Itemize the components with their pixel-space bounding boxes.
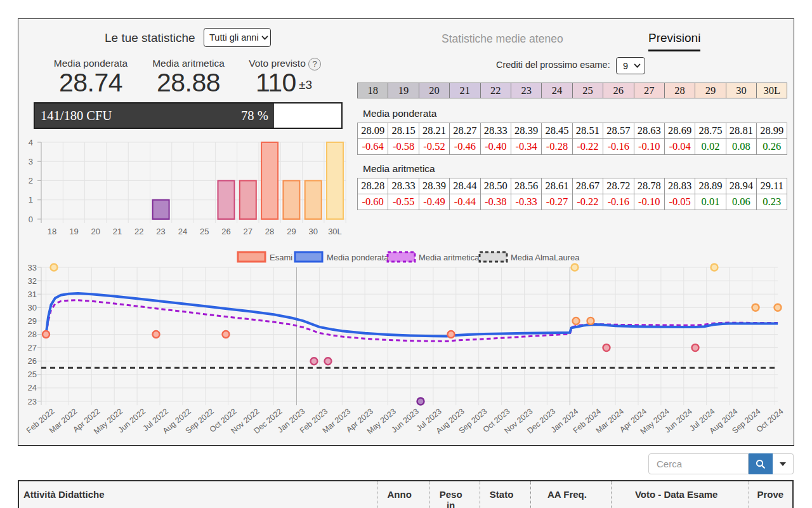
svg-text:24: 24 — [178, 227, 187, 236]
svg-text:30: 30 — [28, 303, 37, 312]
svg-text:27: 27 — [28, 343, 37, 352]
svg-text:0: 0 — [29, 215, 33, 224]
svg-text:21: 21 — [113, 227, 122, 236]
svg-text:28: 28 — [265, 227, 274, 236]
svg-text:31: 31 — [28, 290, 37, 299]
svg-text:20: 20 — [91, 227, 100, 236]
svg-text:Media ponderata: Media ponderata — [327, 253, 389, 262]
svg-text:18: 18 — [48, 227, 56, 236]
svg-text:33: 33 — [28, 263, 37, 272]
svg-text:Media aritmetica: Media aritmetica — [419, 253, 480, 262]
svg-text:1: 1 — [29, 195, 33, 204]
svg-text:22: 22 — [134, 227, 143, 236]
svg-text:30: 30 — [308, 227, 317, 236]
svg-text:29: 29 — [287, 227, 296, 236]
svg-text:28: 28 — [28, 330, 37, 339]
svg-text:19: 19 — [69, 227, 78, 236]
svg-text:25: 25 — [200, 227, 209, 236]
svg-text:32: 32 — [28, 276, 37, 286]
svg-text:Media AlmaLaurea: Media AlmaLaurea — [511, 253, 580, 262]
svg-text:24: 24 — [28, 383, 37, 392]
svg-text:30L: 30L — [328, 227, 342, 236]
svg-text:23: 23 — [156, 227, 165, 236]
svg-text:26: 26 — [221, 227, 230, 236]
svg-text:23: 23 — [28, 397, 37, 406]
svg-text:29: 29 — [28, 316, 37, 326]
svg-text:3: 3 — [29, 157, 33, 166]
svg-text:27: 27 — [244, 227, 252, 236]
svg-text:25: 25 — [28, 370, 37, 379]
svg-text:4: 4 — [29, 138, 33, 147]
svg-text:Esami: Esami — [270, 253, 292, 262]
svg-text:2: 2 — [29, 176, 33, 185]
svg-text:26: 26 — [28, 356, 37, 366]
